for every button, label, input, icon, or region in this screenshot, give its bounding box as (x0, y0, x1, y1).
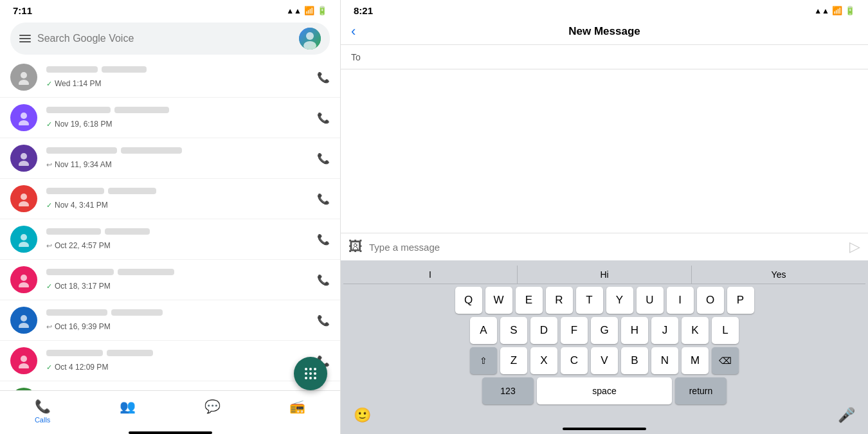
search-placeholder: Search Google Voice (37, 33, 293, 44)
nav-contacts[interactable]: 👥 (85, 396, 170, 426)
contact-info-1: ✓ Wed 1:14 PM (46, 66, 308, 88)
key-g[interactable]: G (591, 317, 618, 344)
mic-icon[interactable]: 🎤 (838, 407, 855, 424)
contact-item-7[interactable]: ↩ Oct 16, 9:39 PM 📞 (0, 300, 340, 341)
key-y[interactable]: Y (606, 287, 633, 314)
phone-icon-7[interactable]: 📞 (317, 314, 330, 327)
key-j[interactable]: J (651, 317, 678, 344)
contact-name-bar (46, 228, 101, 235)
key-space[interactable]: space (537, 377, 672, 404)
svg-point-24 (305, 372, 307, 375)
search-bar[interactable]: Search Google Voice (10, 23, 330, 55)
message-input[interactable] (369, 242, 843, 253)
key-v[interactable]: V (591, 347, 618, 374)
contact-avatar-3 (10, 145, 37, 172)
keyboard-row-2: A S D F G H J K L (343, 317, 865, 344)
key-123[interactable]: 123 (482, 377, 534, 404)
nav-voicemail[interactable]: 📻 (255, 396, 340, 426)
key-b[interactable]: B (621, 347, 648, 374)
suggestion-i[interactable]: I (343, 266, 518, 284)
key-i[interactable]: I (667, 287, 694, 314)
contact-name-bar (46, 309, 107, 316)
emoji-icon[interactable]: 🙂 (354, 407, 371, 424)
suggestion-hi[interactable]: Hi (518, 266, 692, 284)
key-n[interactable]: N (651, 347, 678, 374)
key-u[interactable]: U (637, 287, 664, 314)
svg-point-17 (21, 356, 27, 362)
right-status-icons: ▲▲ 📶 🔋 (814, 6, 855, 15)
key-w[interactable]: W (485, 287, 512, 314)
nav-calls[interactable]: 📞 Calls (0, 396, 85, 426)
to-input[interactable] (366, 51, 858, 62)
right-signal-icon: ▲▲ (814, 6, 829, 15)
to-field: To (341, 45, 868, 69)
contact-avatar-6 (10, 266, 37, 293)
key-p[interactable]: P (727, 287, 754, 314)
phone-icon-5[interactable]: 📞 (317, 233, 330, 246)
contact-time-7: ↩ Oct 16, 9:39 PM (46, 322, 308, 331)
send-button[interactable]: ▷ (849, 239, 860, 255)
signal-icon: ▲▲ (286, 6, 302, 15)
contact-item-6[interactable]: ✓ Oct 18, 3:17 PM 📞 (0, 260, 340, 300)
key-q[interactable]: Q (455, 287, 482, 314)
contact-name-bar-2 (114, 107, 169, 113)
key-k[interactable]: K (682, 317, 709, 344)
svg-point-15 (21, 315, 27, 321)
contact-time-2: ✓ Nov 19, 6:18 PM (46, 120, 308, 129)
contact-item-2[interactable]: ✓ Nov 19, 6:18 PM 📞 (0, 98, 340, 138)
right-battery-icon: 🔋 (845, 6, 855, 15)
key-z[interactable]: Z (500, 347, 527, 374)
svg-point-16 (19, 323, 29, 328)
avatar[interactable] (299, 28, 321, 50)
contact-avatar-8 (10, 347, 37, 374)
suggestion-yes[interactable]: Yes (692, 266, 865, 284)
key-t[interactable]: T (576, 287, 603, 314)
contact-time-3: ↩ Nov 11, 9:34 AM (46, 160, 308, 169)
contact-info-7: ↩ Oct 16, 9:39 PM (46, 309, 308, 331)
back-button[interactable]: ‹ (351, 23, 356, 40)
contact-item-9[interactable]: ✓ Sep 26, 8:26 AM 📞 (0, 381, 340, 390)
contact-item-5[interactable]: ↩ Oct 22, 4:57 PM 📞 (0, 219, 340, 260)
key-m[interactable]: M (682, 347, 709, 374)
svg-point-13 (21, 275, 27, 281)
contact-list: ✓ Wed 1:14 PM 📞 ✓ Nov 19, 6:18 P (0, 57, 340, 390)
fab-button[interactable] (294, 357, 327, 390)
svg-point-22 (309, 368, 312, 370)
key-c[interactable]: C (561, 347, 588, 374)
key-d[interactable]: D (530, 317, 557, 344)
key-backspace[interactable]: ⌫ (712, 347, 739, 374)
contact-name-bar-2 (121, 147, 182, 154)
key-shift[interactable]: ⇧ (470, 347, 497, 374)
phone-icon-4[interactable]: 📞 (317, 193, 330, 205)
phone-icon-2[interactable]: 📞 (317, 112, 330, 124)
key-l[interactable]: L (712, 317, 739, 344)
left-panel: 7:11 ▲▲ 📶 🔋 Search Google Voice (0, 0, 341, 434)
nav-messages[interactable]: 💬 (170, 396, 255, 426)
contact-item-8[interactable]: ✓ Oct 4 12:09 PM 📞 (0, 341, 340, 381)
hamburger-icon[interactable] (19, 35, 31, 42)
contacts-icon: 👥 (120, 399, 136, 414)
contact-item-4[interactable]: ✓ Nov 4, 3:41 PM 📞 (0, 179, 340, 219)
contact-info-8: ✓ Oct 4 12:09 PM (46, 350, 308, 372)
phone-icon-3[interactable]: 📞 (317, 152, 330, 165)
key-h[interactable]: H (621, 317, 648, 344)
right-wifi-icon: 📶 (832, 6, 842, 15)
phone-icon-6[interactable]: 📞 (317, 274, 330, 286)
svg-point-12 (19, 242, 29, 247)
contact-item-3[interactable]: ↩ Nov 11, 9:34 AM 📞 (0, 138, 340, 179)
key-f[interactable]: F (561, 317, 588, 344)
key-o[interactable]: O (697, 287, 724, 314)
image-attach-icon[interactable]: 🖼 (348, 239, 363, 255)
contact-timestamp: Oct 22, 4:57 PM (55, 241, 111, 250)
key-x[interactable]: X (530, 347, 557, 374)
svg-point-11 (21, 234, 27, 240)
key-a[interactable]: A (470, 317, 497, 344)
key-s[interactable]: S (500, 317, 527, 344)
phone-icon-1[interactable]: 📞 (317, 71, 330, 84)
svg-point-5 (21, 113, 27, 119)
key-e[interactable]: E (516, 287, 543, 314)
key-return[interactable]: return (675, 377, 727, 404)
contact-item-1[interactable]: ✓ Wed 1:14 PM 📞 (0, 57, 340, 98)
contact-name-bar (46, 66, 98, 73)
key-r[interactable]: R (546, 287, 573, 314)
